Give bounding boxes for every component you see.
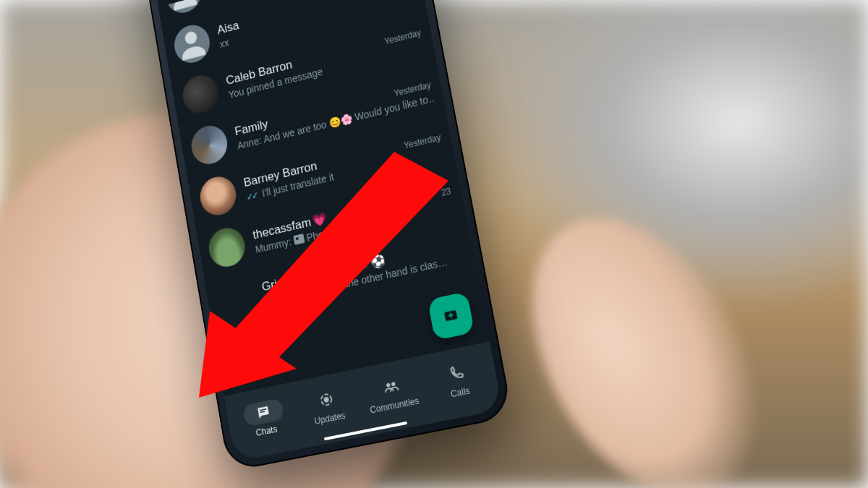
svg-rect-2: [444, 310, 457, 321]
phone-frame: -- Aisa 13:54 xx: [132, 0, 513, 472]
communities-icon: [382, 377, 400, 396]
person-icon: [163, 0, 203, 17]
avatar: [215, 276, 257, 322]
avatar: [163, 0, 203, 17]
home-indicator[interactable]: [324, 421, 408, 441]
nav-label: Chats: [255, 424, 278, 438]
avatar: [171, 21, 213, 67]
chat-time: Yesterday: [383, 27, 422, 46]
nav-calls[interactable]: Calls: [422, 356, 495, 404]
chat-time: Yesterday: [393, 80, 432, 98]
chat-list[interactable]: -- Aisa 13:54 xx: [158, 0, 490, 396]
phone-icon: [447, 364, 466, 383]
svg-point-4: [324, 398, 328, 403]
new-chat-fab[interactable]: [427, 291, 475, 341]
nav-chats[interactable]: Chats: [230, 395, 299, 442]
chat-icon: [255, 403, 272, 422]
svg-point-3: [320, 393, 332, 406]
nav-communities[interactable]: Communities: [357, 369, 428, 417]
svg-point-1: [184, 30, 197, 46]
chat-preview-text: Photo: [305, 226, 332, 243]
avatar: [197, 173, 239, 218]
chat-preview: Phil Bellingham on the other hand is cla…: [263, 252, 464, 307]
emoji: ⚽: [370, 253, 386, 270]
new-chat-icon: [442, 307, 461, 326]
bottom-nav: Chats Updates Communities: [224, 341, 503, 461]
person-icon: [171, 21, 213, 67]
read-receipt-icon: ✓✓: [245, 189, 258, 202]
chat-time: Yesterday: [403, 132, 441, 151]
emoji: 💗: [311, 211, 328, 228]
avatar: [180, 72, 221, 117]
chat-time: 23: [441, 186, 452, 198]
emoji: 😊🌸: [328, 112, 354, 129]
avatar: [206, 224, 248, 270]
nav-label: Updates: [314, 411, 346, 427]
photo-icon: [293, 234, 305, 245]
nav-label: Calls: [450, 385, 471, 399]
svg-point-6: [391, 382, 395, 387]
nav-label: Communities: [369, 395, 420, 416]
avatar: [189, 122, 230, 168]
nav-updates[interactable]: Updates: [293, 382, 363, 430]
chat-preview-text: Would you like to…: [354, 93, 434, 123]
updates-icon: [318, 390, 336, 409]
svg-point-5: [386, 382, 390, 388]
phone-screen: -- Aisa 13:54 xx: [141, 0, 502, 462]
